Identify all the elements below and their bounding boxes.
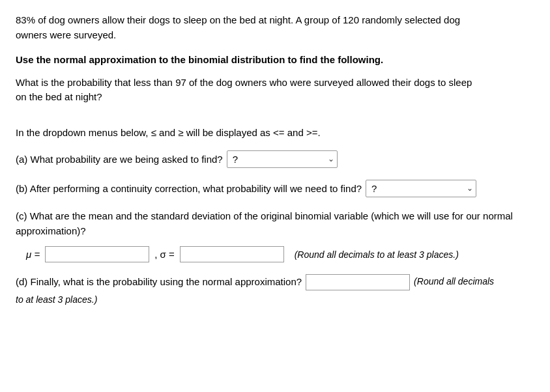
sigma-input[interactable] [180, 246, 284, 262]
part-c-inputs-row: μ = , σ = (Round all decimals to at leas… [26, 246, 534, 262]
intro-line1: 83% of dog owners allow their dogs to sl… [16, 14, 460, 25]
round-note-c: (Round all decimals to at least 3 places… [295, 249, 459, 260]
bold-instruction: Use the normal approximation to the bino… [16, 53, 534, 68]
part-d-label: (d) Finally, what is the probability usi… [16, 274, 302, 290]
part-d: (d) Finally, what is the probability usi… [16, 274, 534, 307]
intro-paragraph: 83% of dog owners allow their dogs to sl… [16, 13, 534, 42]
part-b: (b) After performing a continuity correc… [16, 180, 534, 197]
part-b-dropdown[interactable]: ? P(X < 96.5) P(X <= 96.5) P(X > 96.5) P… [369, 182, 473, 195]
part-c: (c) What are the mean and the standard d… [16, 209, 534, 262]
dropdown-note: In the dropdown menus below, ≤ and ≥ wil… [16, 126, 534, 141]
sigma-label: , σ = [154, 249, 175, 260]
part-a-label: (a) What probability are we being asked … [16, 152, 223, 167]
mu-label: μ = [26, 249, 40, 260]
round-note-d-line1: (Round all decimals [414, 274, 494, 288]
part-a-dropdown-container[interactable]: ? P(X < 97) P(X <= 97) P(X > 97) P(X >= … [227, 150, 338, 168]
intro-line2: owners were surveyed. [16, 29, 116, 40]
part-d-input[interactable] [306, 274, 410, 290]
part-c-text: (c) What are the mean and the standard d… [16, 209, 534, 238]
round-note-d-line2: to at least 3 places.) [16, 294, 97, 305]
part-b-label: (b) After performing a continuity correc… [16, 181, 362, 197]
mu-input[interactable] [45, 246, 149, 262]
part-a-dropdown[interactable]: ? P(X < 97) P(X <= 97) P(X > 97) P(X >= … [230, 152, 334, 166]
question-text: What is the probability that less than 9… [16, 76, 534, 105]
part-a: (a) What probability are we being asked … [16, 150, 534, 168]
part-b-dropdown-container[interactable]: ? P(X < 96.5) P(X <= 96.5) P(X > 96.5) P… [366, 180, 476, 197]
